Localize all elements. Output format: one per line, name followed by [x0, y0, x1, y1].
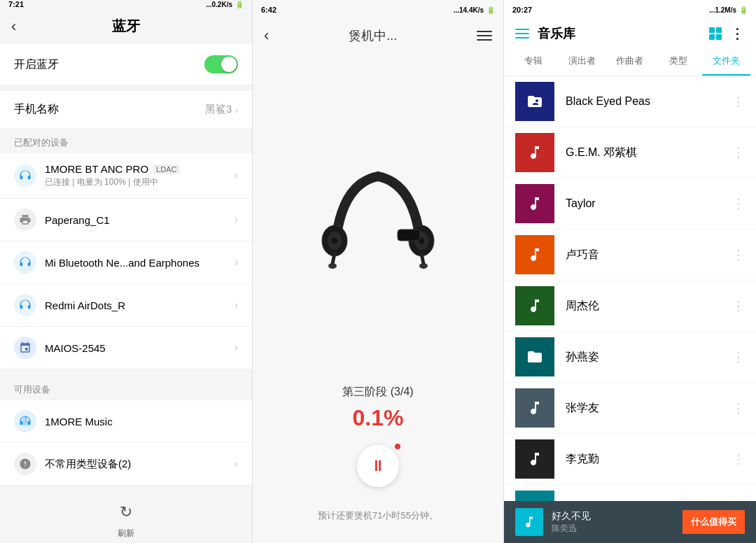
artist-item-0[interactable]: Black Eyed Peas ⋮ — [504, 76, 756, 127]
status-bar-2: 6:42 ...14.4K/s 🔋 — [253, 0, 503, 20]
artist-name-3: 卢巧音 — [566, 248, 732, 262]
tab-composer[interactable]: 作曲者 — [606, 48, 654, 76]
svg-point-2 — [332, 238, 337, 244]
status-right-1: ...0.2K/s 🔋 — [206, 1, 244, 8]
music-panel: 20:27 ...1.2M/s 🔋 音乐库 ⋮ 专辑 演出者 作曲者 类型 文件… — [504, 0, 756, 543]
available-device-unknown[interactable]: 不常用类型设备(2) › — [0, 443, 252, 486]
device-item-airdots[interactable]: Redmi AirDots_R › — [0, 284, 252, 327]
cooker-header: ‹ 煲机中... — [253, 20, 503, 52]
tab-genre[interactable]: 类型 — [654, 48, 702, 76]
phone-name-value: 黑鲨3 — [205, 103, 232, 116]
phone-name-row[interactable]: 手机名称 黑鲨3 › — [0, 91, 252, 128]
status-right-3: ...1.2M/s 🔋 — [709, 6, 748, 14]
now-playing-title: 好久不见 — [552, 510, 682, 523]
svg-rect-6 — [398, 230, 420, 241]
music-folder-icon-0 — [526, 93, 543, 110]
artist-thumb-6 — [515, 388, 554, 428]
device-chevron-maios: › — [234, 341, 238, 354]
artist-item-5[interactable]: 孙燕姿 ⋮ — [504, 332, 756, 383]
device-chevron-mibt: › — [234, 256, 238, 269]
device-item-maios[interactable]: MAIOS-2545 › — [0, 327, 252, 369]
music-icon-4 — [526, 297, 543, 314]
artist-item-1[interactable]: G.E.M. 邓紫棋 ⋮ — [504, 127, 756, 178]
pause-dot-indicator — [395, 444, 400, 449]
bluetooth-toggle-switch[interactable] — [204, 55, 238, 73]
artist-more-5[interactable]: ⋮ — [732, 349, 745, 365]
artist-more-4[interactable]: ⋮ — [732, 298, 745, 313]
now-playing-info: 好久不见 陈奕迅 — [552, 510, 682, 535]
now-playing-bar[interactable]: 好久不见 陈奕迅 什么值得买 — [504, 501, 756, 543]
page-title: 蓝牙 — [112, 17, 140, 36]
paired-section-header: 已配对的设备 — [0, 128, 252, 153]
artist-name-2: Taylor — [566, 197, 732, 210]
music-icon-7 — [526, 451, 543, 467]
artist-item-8[interactable]: 群星 ⋮ — [504, 485, 756, 501]
artist-name-6: 张学友 — [566, 401, 732, 416]
artist-more-0[interactable]: ⋮ — [732, 94, 745, 109]
cooker-title: 煲机中... — [349, 27, 397, 44]
available-name-1more: 1MORE Music — [45, 416, 238, 428]
device-item-paperang[interactable]: Paperang_C1 › — [0, 199, 252, 241]
artist-more-3[interactable]: ⋮ — [732, 247, 745, 262]
pause-icon: ⏸ — [370, 457, 386, 475]
time-2: 6:42 — [261, 6, 276, 14]
available-info-unknown: 不常用类型设备(2) — [45, 458, 234, 471]
status-bar-1: 7:21 ...0.2K/s 🔋 — [0, 0, 252, 8]
device-icon-mibt — [14, 251, 36, 274]
device-info-airdots: Redmi AirDots_R — [45, 299, 234, 311]
back-button[interactable]: ‹ — [11, 17, 16, 36]
grid-view-button[interactable] — [709, 27, 722, 40]
artist-item-2[interactable]: Taylor ⋮ — [504, 178, 756, 230]
artist-more-2[interactable]: ⋮ — [732, 196, 745, 211]
pause-button[interactable]: ⏸ — [357, 445, 399, 487]
cooker-menu-button[interactable] — [477, 31, 492, 41]
device-chevron-airdots: › — [234, 299, 238, 311]
available-device-1more-music[interactable]: 1MORE Music — [0, 400, 252, 443]
artist-name-4: 周杰伦 — [566, 299, 732, 313]
artist-item-6[interactable]: 张学友 ⋮ — [504, 383, 756, 434]
artist-more-7[interactable]: ⋮ — [732, 451, 745, 467]
available-device-list: 1MORE Music 不常用类型设备(2) › — [0, 400, 252, 486]
tab-performer[interactable]: 演出者 — [558, 48, 606, 76]
status-right-2: ...14.4K/s 🔋 — [454, 6, 495, 14]
watermark-badge: 什么值得买 — [682, 510, 745, 534]
music-tabs: 专辑 演出者 作曲者 类型 文件夹 — [504, 48, 756, 76]
artist-item-7[interactable]: 李克勤 ⋮ — [504, 434, 756, 485]
bluetooth-toggle-row[interactable]: 开启蓝牙 — [0, 44, 252, 85]
device-name-airdots: Redmi AirDots_R — [45, 299, 234, 311]
folder-icon-5 — [526, 348, 543, 365]
bluetooth-panel: 7:21 ...0.2K/s 🔋 ‹ 蓝牙 开启蓝牙 手机名称 黑鲨3 › 已配… — [0, 0, 252, 543]
bt-footer: ↻ 刷新 — [0, 486, 252, 543]
device-chevron-paperang: › — [234, 213, 238, 226]
bt-toggle-label: 开启蓝牙 — [14, 57, 59, 72]
artist-item-3[interactable]: 卢巧音 ⋮ — [504, 230, 756, 281]
available-icon-1more — [14, 410, 36, 432]
device-item-1more[interactable]: 1MORE BT ANC PRO LDAC 已连接 | 电量为 100% | 使… — [0, 153, 252, 199]
cooker-bottom: 第三阶段 (3/4) 0.1% ⏸ 预计还要煲机71小时55分钟。 — [253, 371, 503, 543]
device-item-mibt[interactable]: Mi Bluetooth Ne...and Earphones › — [0, 241, 252, 284]
now-playing-music-icon — [522, 515, 536, 529]
music-menu-button[interactable] — [515, 29, 529, 38]
refresh-button[interactable]: ↻ — [113, 500, 139, 525]
network-3: ...1.2M/s — [709, 6, 736, 14]
earphone-svg — [294, 141, 462, 281]
artist-thumb-0 — [515, 82, 554, 121]
svg-line-7 — [332, 253, 335, 264]
device-icon-airdots — [14, 294, 36, 316]
artist-thumb-4 — [515, 286, 554, 325]
device-icon-paperang — [14, 209, 36, 231]
tab-folder[interactable]: 文件夹 — [702, 48, 750, 76]
artist-thumb-3 — [515, 235, 554, 274]
tab-album[interactable]: 专辑 — [510, 48, 558, 76]
available-chevron-unknown: › — [234, 458, 238, 470]
cooker-panel: 6:42 ...14.4K/s 🔋 ‹ 煲机中... — [252, 0, 504, 543]
artist-thumb-2 — [515, 184, 554, 223]
artist-more-1[interactable]: ⋮ — [732, 145, 745, 160]
artist-item-4[interactable]: 周杰伦 ⋮ — [504, 281, 756, 332]
artist-more-6[interactable]: ⋮ — [732, 400, 745, 416]
more-options-button[interactable]: ⋮ — [730, 25, 745, 42]
stage-label: 第三阶段 (3/4) — [267, 385, 489, 400]
battery-1: 🔋 — [235, 1, 244, 8]
device-name-maios: MAIOS-2545 — [45, 342, 234, 354]
cooker-back-button[interactable]: ‹ — [264, 27, 269, 45]
